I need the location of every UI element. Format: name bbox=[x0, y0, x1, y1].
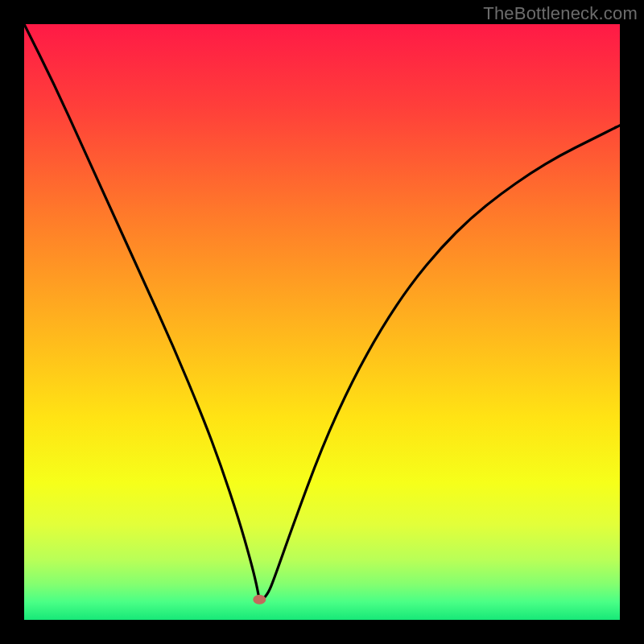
plot-area bbox=[24, 24, 620, 620]
optimal-marker bbox=[253, 595, 266, 605]
watermark-text: TheBottleneck.com bbox=[483, 3, 638, 24]
gradient-background bbox=[24, 24, 620, 620]
chart-svg bbox=[24, 24, 620, 620]
chart-frame: TheBottleneck.com bbox=[0, 0, 644, 644]
